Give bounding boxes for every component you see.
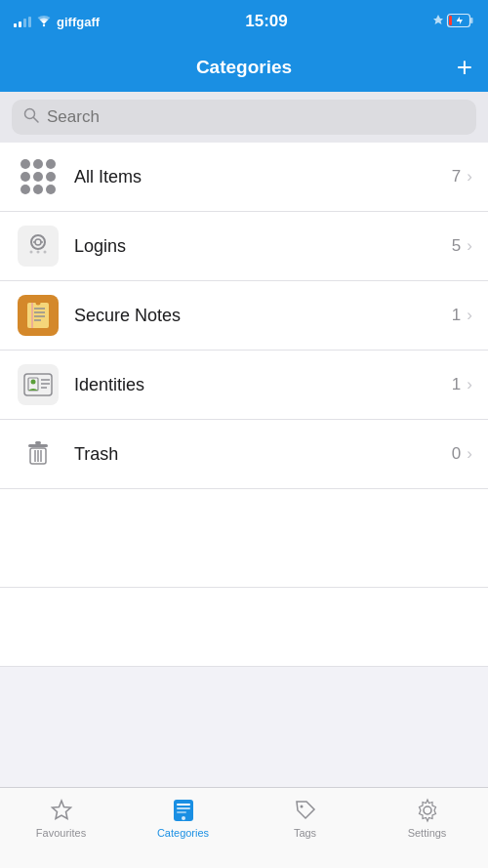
category-label: Logins: [74, 236, 452, 257]
tab-settings[interactable]: Settings: [366, 798, 488, 839]
svg-rect-6: [18, 226, 59, 267]
svg-point-41: [424, 806, 431, 814]
categories-list: All Items 7 › Logins 5 ›: [0, 143, 488, 489]
empty-area: [0, 489, 488, 587]
chevron-right-icon: ›: [467, 236, 472, 256]
secure-notes-icon: [16, 293, 61, 338]
svg-rect-2: [449, 16, 452, 25]
chevron-right-icon: ›: [467, 306, 472, 325]
svg-point-10: [41, 241, 43, 243]
trash-icon: [16, 432, 61, 476]
chevron-right-icon: ›: [467, 167, 472, 186]
tab-label: Favourites: [36, 827, 86, 839]
svg-point-9: [33, 241, 35, 243]
tab-tags[interactable]: Tags: [244, 798, 366, 839]
tab-bar: Favourites Categories Tags: [0, 787, 488, 868]
search-bar-container: [0, 92, 488, 143]
tab-label: Tags: [294, 827, 316, 839]
gear-icon: [415, 798, 440, 823]
status-right: [433, 14, 474, 30]
list-item[interactable]: All Items 7 ›: [0, 143, 488, 212]
list-item[interactable]: Identities 1 ›: [0, 351, 488, 420]
identities-icon: [16, 362, 61, 407]
category-count: 1: [452, 375, 461, 394]
svg-point-12: [37, 251, 40, 254]
location-icon: [433, 15, 443, 29]
star-icon: [49, 798, 74, 823]
svg-rect-3: [470, 18, 473, 23]
nav-bar: Categories +: [0, 43, 488, 92]
empty-area-2: [0, 588, 488, 666]
battery-icon: [447, 14, 474, 30]
page-title: Categories: [196, 57, 292, 78]
category-label: All Items: [74, 167, 452, 187]
svg-point-0: [43, 23, 45, 25]
svg-point-40: [300, 806, 303, 808]
tag-icon: [293, 798, 318, 823]
category-label: Secure Notes: [74, 306, 452, 326]
divider-2: [0, 666, 488, 667]
carrier-name: giffgaff: [57, 15, 100, 29]
chevron-right-icon: ›: [467, 375, 472, 394]
list-item[interactable]: Trash 0 ›: [0, 420, 488, 489]
tab-favourites[interactable]: Favourites: [0, 798, 122, 839]
signal-bars: [14, 17, 31, 27]
svg-rect-15: [27, 303, 49, 328]
category-label: Identities: [74, 375, 452, 395]
category-count: 0: [452, 444, 461, 464]
svg-point-11: [30, 251, 33, 254]
search-icon: [23, 107, 39, 127]
category-count: 5: [452, 236, 461, 256]
svg-point-21: [36, 301, 41, 306]
list-item[interactable]: Logins 5 ›: [0, 212, 488, 281]
svg-rect-38: [177, 811, 186, 813]
search-input[interactable]: [47, 107, 465, 127]
wifi-icon: [36, 15, 52, 29]
svg-rect-29: [28, 444, 48, 447]
list-item[interactable]: Secure Notes 1 ›: [0, 281, 488, 351]
svg-point-39: [182, 816, 185, 820]
all-items-icon: [16, 154, 61, 199]
svg-point-13: [44, 251, 47, 254]
svg-rect-36: [177, 804, 190, 806]
category-count: 1: [452, 306, 461, 325]
logins-icon: [16, 224, 61, 269]
category-count: 7: [452, 167, 461, 186]
tab-label: Categories: [157, 827, 209, 839]
chevron-right-icon: ›: [467, 444, 472, 464]
svg-rect-37: [177, 807, 190, 809]
category-label: Trash: [74, 444, 452, 465]
status-time: 15:09: [245, 12, 287, 31]
add-category-button[interactable]: +: [457, 54, 472, 81]
tab-label: Settings: [408, 827, 447, 839]
svg-point-25: [31, 380, 36, 385]
status-left: giffgaff: [14, 15, 100, 29]
svg-line-5: [34, 118, 39, 123]
svg-rect-30: [35, 441, 41, 444]
status-bar: giffgaff 15:09: [0, 0, 488, 43]
search-inner[interactable]: [12, 100, 476, 135]
categories-icon: [171, 798, 196, 823]
tab-categories[interactable]: Categories: [122, 798, 244, 839]
